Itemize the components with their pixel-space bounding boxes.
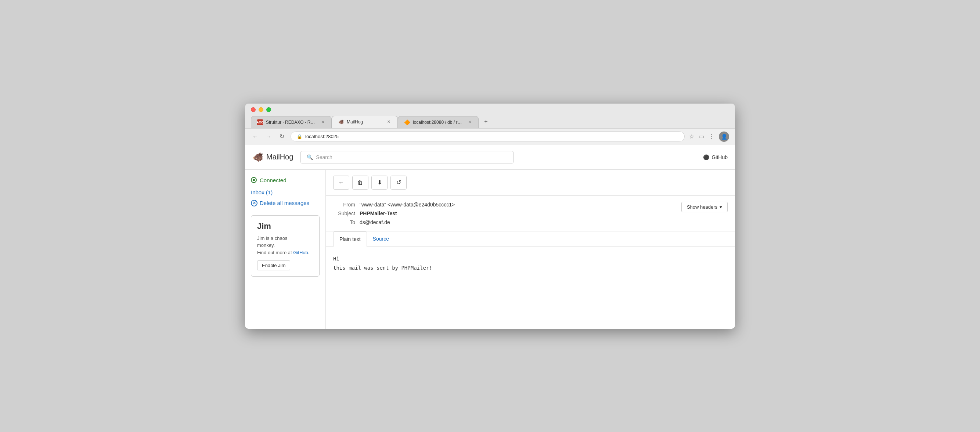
refresh-icon: ↺ — [396, 179, 401, 186]
delete-all-link[interactable]: ✕ Delete all messages — [251, 200, 320, 206]
back-icon: ← — [338, 179, 344, 186]
menu-button[interactable]: ⋮ — [708, 133, 714, 140]
to-row: To ds@decaf.de — [333, 219, 455, 225]
app-header: 🐗 MailHog 🔍 Search ⚫ GitHub — [245, 145, 735, 170]
address-text: localhost:28025 — [305, 134, 339, 139]
connected-dot-icon — [251, 177, 257, 183]
jim-link-suffix: . — [308, 250, 310, 255]
delete-all-label: Delete all messages — [260, 200, 309, 206]
jim-github-link[interactable]: GitHub — [293, 250, 308, 255]
subject-value: PHPMailer-Test — [360, 210, 397, 216]
jim-description: Jim is a chaos monkey. Find out more at … — [257, 235, 313, 257]
tab-3-close[interactable]: ✕ — [466, 120, 473, 125]
search-icon: 🔍 — [307, 154, 313, 160]
tab-2-close[interactable]: ✕ — [386, 119, 391, 125]
email-refresh-button[interactable]: ↺ — [390, 175, 407, 190]
from-row: From "www-data" <www-data@e24d0b5cccc1> — [333, 202, 455, 207]
subject-row: Subject PHPMailer-Test — [333, 210, 455, 216]
connected-label: Connected — [260, 177, 286, 183]
jim-desc-line2: monkey. — [257, 242, 275, 248]
github-label: GitHub — [711, 154, 728, 160]
tab-2-label: MailHog — [347, 120, 383, 124]
email-toolbar: ← 🗑 ⬇ ↺ — [326, 170, 735, 196]
forward-button[interactable]: → — [264, 132, 273, 141]
address-input[interactable]: 🔒 localhost:28025 — [291, 132, 685, 142]
mailhog-logo-icon: 🐗 — [252, 152, 263, 163]
to-value: ds@decaf.de — [360, 219, 390, 225]
email-back-button[interactable]: ← — [333, 175, 349, 190]
from-label: From — [333, 202, 355, 207]
delete-circle-icon: ✕ — [251, 200, 258, 206]
enable-jim-button[interactable]: Enable Jim — [257, 260, 290, 270]
show-headers-button[interactable]: Show headers ▾ — [681, 202, 728, 212]
user-avatar[interactable]: 👤 — [719, 132, 729, 142]
maximize-traffic-light[interactable] — [266, 107, 271, 112]
email-body-line-3: this mail was sent by PHPMailer! — [333, 263, 728, 273]
browser-window: AXO Struktur · REDAXO · REDAXO C… ✕ 🐗 Ma… — [245, 104, 735, 329]
email-download-button[interactable]: ⬇ — [371, 175, 388, 190]
search-bar[interactable]: 🔍 Search — [301, 151, 514, 163]
delete-icon: 🗑 — [357, 179, 363, 186]
tab-1-label: Struktur · REDAXO · REDAXO C… — [266, 120, 317, 125]
bookmark-button[interactable]: ☆ — [689, 133, 694, 140]
content-tabs: Plain text Source — [326, 231, 735, 247]
jim-find-more: Find out more at — [257, 250, 292, 255]
minimize-traffic-light[interactable] — [259, 107, 263, 112]
email-body: Hi this mail was sent by PHPMailer! — [326, 247, 735, 329]
subject-label: Subject — [333, 210, 355, 216]
app-logo: 🐗 MailHog — [252, 152, 293, 163]
main-layout: Connected Inbox (1) ✕ Delete all message… — [245, 170, 735, 329]
jim-github-label: GitHub — [293, 250, 308, 255]
title-bar: AXO Struktur · REDAXO · REDAXO C… ✕ 🐗 Ma… — [245, 104, 735, 129]
jim-title: Jim — [257, 222, 313, 231]
app-container: 🐗 MailHog 🔍 Search ⚫ GitHub Connected — [245, 145, 735, 329]
from-value: "www-data" <www-data@e24d0b5cccc1> — [360, 202, 455, 207]
connected-status[interactable]: Connected — [251, 177, 320, 183]
address-lock-icon: 🔒 — [297, 134, 302, 139]
show-headers-chevron: ▾ — [719, 204, 722, 210]
email-panel: ← 🗑 ⬇ ↺ From — [326, 170, 735, 329]
address-right-controls: ☆ ▭ ⋮ 👤 — [689, 132, 729, 142]
close-traffic-light[interactable] — [251, 107, 256, 112]
tab-2-favicon: 🐗 — [338, 119, 344, 125]
traffic-lights — [251, 107, 729, 116]
tab-3-label: localhost:28080 / db / redaxo — [413, 120, 463, 125]
tab-source[interactable]: Source — [367, 231, 395, 247]
sidebar: Connected Inbox (1) ✕ Delete all message… — [245, 170, 326, 329]
browser-tab-1[interactable]: AXO Struktur · REDAXO · REDAXO C… ✕ — [251, 116, 332, 128]
app-title: MailHog — [266, 153, 293, 161]
address-bar: ← → ↻ 🔒 localhost:28025 ☆ ▭ ⋮ 👤 — [245, 129, 735, 145]
browser-tab-2[interactable]: 🐗 MailHog ✕ — [332, 116, 398, 128]
inbox-label: Inbox (1) — [251, 189, 272, 195]
tab-1-close[interactable]: ✕ — [320, 120, 325, 125]
email-headers: From "www-data" <www-data@e24d0b5cccc1> … — [326, 196, 735, 231]
email-delete-button[interactable]: 🗑 — [352, 175, 368, 190]
tab-plain-text[interactable]: Plain text — [333, 231, 367, 247]
jim-desc-line1: Jim is a chaos — [257, 236, 287, 241]
new-tab-button[interactable]: + — [479, 116, 493, 128]
email-header-fields: From "www-data" <www-data@e24d0b5cccc1> … — [333, 202, 455, 225]
browser-tab-3[interactable]: 🔶 localhost:28080 / db / redaxo ✕ — [398, 116, 479, 128]
github-link[interactable]: ⚫ GitHub — [703, 154, 728, 160]
cast-button[interactable]: ▭ — [698, 133, 704, 140]
email-body-line-1: Hi — [333, 254, 728, 263]
tab-3-favicon: 🔶 — [404, 120, 410, 125]
reload-button[interactable]: ↻ — [277, 132, 286, 141]
browser-tabs: AXO Struktur · REDAXO · REDAXO C… ✕ 🐗 Ma… — [251, 116, 729, 128]
search-placeholder: Search — [316, 154, 332, 160]
back-button[interactable]: ← — [251, 132, 260, 141]
show-headers-label: Show headers — [687, 204, 718, 210]
download-icon: ⬇ — [377, 179, 382, 186]
to-label: To — [333, 219, 355, 225]
tab-1-favicon: AXO — [257, 120, 263, 125]
inbox-link[interactable]: Inbox (1) — [251, 189, 320, 195]
jim-box: Jim Jim is a chaos monkey. Find out more… — [251, 215, 320, 277]
github-icon: ⚫ — [703, 154, 709, 160]
